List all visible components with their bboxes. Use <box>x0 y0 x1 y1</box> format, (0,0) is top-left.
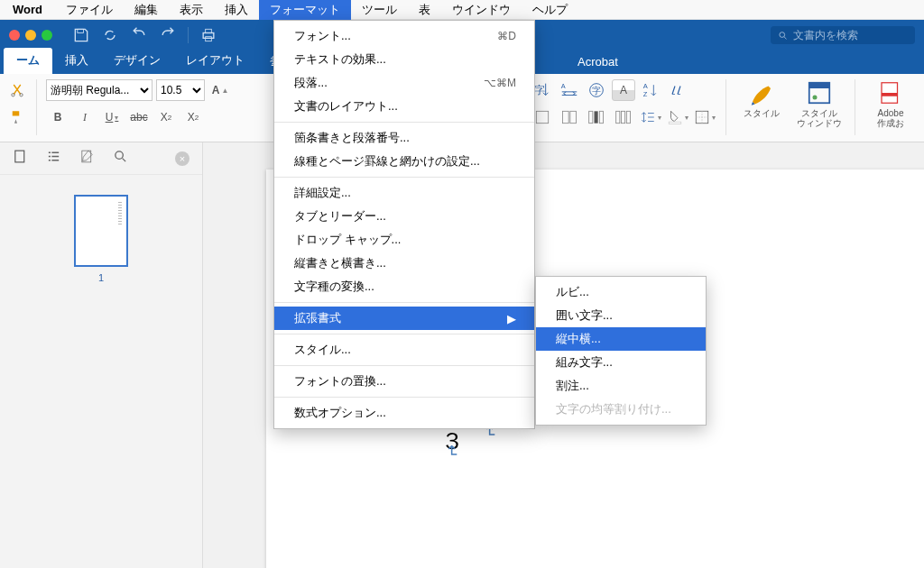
search-icon <box>778 30 788 41</box>
superscript-button[interactable]: X2 <box>181 106 205 128</box>
svg-rect-19 <box>599 111 603 123</box>
menu-item[interactable]: 文書のレイアウト... <box>274 95 534 118</box>
page-thumbnail[interactable] <box>74 195 128 267</box>
save-icon[interactable] <box>72 26 90 44</box>
menu-item[interactable]: 文字種の変換... <box>274 275 534 298</box>
menu-file[interactable]: ファイル <box>55 0 124 20</box>
submenu-item[interactable]: 囲い文字... <box>536 304 706 327</box>
submenu-item[interactable]: 割注... <box>536 374 706 398</box>
svg-point-6 <box>20 94 23 96</box>
shading-icon[interactable]: ▾ <box>666 106 689 128</box>
svg-rect-3 <box>206 37 212 41</box>
menu-tools[interactable]: ツール <box>351 0 408 20</box>
tab-design[interactable]: デザイン <box>101 48 173 74</box>
menu-item[interactable]: 詳細設定... <box>274 181 534 205</box>
align-distributed-icon[interactable]: A <box>558 79 581 101</box>
outline-tab-icon[interactable] <box>46 149 61 168</box>
close-pane-icon[interactable]: × <box>175 151 189 166</box>
tab-acrobat[interactable]: Acrobat <box>565 50 631 74</box>
italic-button[interactable]: I <box>73 106 97 128</box>
menu-format[interactable]: フォーマット <box>259 0 351 20</box>
subscript-button[interactable]: X2 <box>154 106 178 128</box>
thumbnails-tab-icon[interactable] <box>13 149 28 168</box>
columns-wide-icon[interactable] <box>612 106 635 128</box>
format-painter-icon[interactable] <box>7 106 27 128</box>
menu-item[interactable]: 線種とページ罫線と網かけの設定... <box>274 150 534 173</box>
columns-3-icon[interactable] <box>585 106 608 128</box>
redo-icon[interactable] <box>159 26 177 44</box>
menu-item[interactable]: ドロップ キャップ... <box>274 228 534 252</box>
strikethrough-button[interactable]: abc <box>127 106 151 128</box>
tab-insert[interactable]: 挿入 <box>52 48 101 74</box>
bold-button[interactable]: B <box>46 106 69 128</box>
line-spacing-icon[interactable]: ▾ <box>639 106 662 128</box>
menu-window[interactable]: ウインドウ <box>441 0 522 20</box>
print-icon[interactable] <box>199 26 217 44</box>
menu-item[interactable]: 数式オプション... <box>274 401 534 425</box>
svg-rect-22 <box>626 111 630 123</box>
tab-layout[interactable]: レイアウト <box>173 48 257 74</box>
svg-point-4 <box>780 32 785 37</box>
svg-rect-29 <box>882 93 898 96</box>
undo-icon[interactable] <box>130 26 148 44</box>
menu-item[interactable]: フォントの置換... <box>274 370 534 393</box>
menu-edit[interactable]: 編集 <box>124 0 169 20</box>
menu-view[interactable]: 表示 <box>169 0 214 20</box>
adobe-create-button[interactable]: Adobe 作成お <box>864 79 917 128</box>
app-name: Word <box>0 3 55 16</box>
svg-point-27 <box>813 96 818 100</box>
close-window-button[interactable] <box>9 30 20 41</box>
menu-item[interactable]: 段落...⌥⌘M <box>274 71 534 95</box>
menu-insert[interactable]: 挿入 <box>214 0 259 20</box>
fullscreen-window-button[interactable] <box>42 30 52 41</box>
search-input[interactable] <box>793 29 908 41</box>
submenu-item[interactable]: 組み文字... <box>536 351 706 374</box>
menu-item[interactable]: タブとリーダー... <box>274 205 534 228</box>
char-shading-icon[interactable]: A <box>612 79 635 101</box>
menu-item[interactable]: テキストの効果... <box>274 48 534 71</box>
cut-icon[interactable] <box>7 79 27 101</box>
minimize-window-button[interactable] <box>25 30 36 41</box>
svg-rect-21 <box>622 111 625 123</box>
tab-home[interactable]: ーム <box>4 48 52 74</box>
submenu-item: 文字の均等割り付け... <box>536 398 706 421</box>
font-name-select[interactable]: 游明朝 Regula... <box>46 79 152 101</box>
window-controls <box>9 30 52 41</box>
page-number-label: 1 <box>0 272 202 283</box>
svg-text:A: A <box>561 82 566 90</box>
svg-rect-7 <box>13 111 20 115</box>
borders-icon[interactable]: ▾ <box>693 106 716 128</box>
styles-button[interactable]: スタイル <box>735 79 788 118</box>
menu-table[interactable]: 表 <box>408 0 441 20</box>
menu-item[interactable]: 箇条書きと段落番号... <box>274 126 534 150</box>
svg-rect-16 <box>570 111 577 123</box>
show-marks-icon[interactable] <box>666 79 689 101</box>
svg-rect-1 <box>203 33 214 39</box>
svg-rect-14 <box>536 111 548 123</box>
underline-button[interactable]: U▾ <box>100 106 124 128</box>
submenu-item[interactable]: ルビ... <box>536 280 706 304</box>
menu-item[interactable]: 縦書きと横書き... <box>274 252 534 275</box>
svg-text:字: 字 <box>592 86 601 96</box>
sync-icon[interactable] <box>101 26 119 44</box>
style-window-button[interactable]: スタイル ウィンドウ <box>793 79 845 128</box>
menu-item[interactable]: 拡張書式▶ <box>274 307 534 330</box>
menu-help[interactable]: ヘルプ <box>522 0 578 20</box>
grow-font-icon[interactable]: A▲ <box>208 79 232 101</box>
search-box[interactable] <box>771 26 915 44</box>
find-tab-icon[interactable] <box>113 149 128 168</box>
sort-icon[interactable]: AZ <box>639 79 662 101</box>
menu-item[interactable]: フォント...⌘D <box>274 24 534 48</box>
svg-rect-26 <box>809 83 830 88</box>
columns-2-icon[interactable] <box>558 106 581 128</box>
menu-item[interactable]: スタイル... <box>274 338 534 362</box>
font-size-select[interactable]: 10.5 <box>156 79 205 101</box>
submenu-item[interactable]: 縦中横... <box>536 327 706 351</box>
mac-menubar: Word ファイル 編集 表示 挿入 フォーマット ツール 表 ウインドウ ヘル… <box>0 0 924 20</box>
advanced-format-submenu: ルビ...囲い文字...縦中横...組み文字...割注...文字の均等割り付け.… <box>535 276 707 426</box>
svg-text:字: 字 <box>534 84 545 96</box>
enclose-char-icon[interactable]: 字 <box>585 79 608 101</box>
format-menu-dropdown: フォント...⌘Dテキストの効果...段落...⌥⌘M文書のレイアウト...箇条… <box>273 20 535 429</box>
review-tab-icon[interactable] <box>79 149 95 168</box>
svg-rect-23 <box>669 122 681 124</box>
